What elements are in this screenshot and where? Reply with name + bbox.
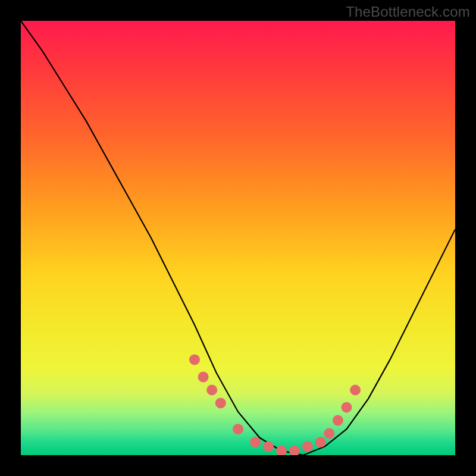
highlight-dot bbox=[342, 402, 352, 413]
highlight-dot bbox=[302, 441, 313, 452]
watermark-text: TheBottleneck.com bbox=[346, 4, 470, 20]
highlight-dot bbox=[215, 397, 226, 408]
highlight-dot bbox=[276, 446, 287, 455]
chart-frame: TheBottleneck.com bbox=[0, 0, 476, 476]
plot-area bbox=[21, 21, 455, 455]
highlight-dot bbox=[189, 354, 200, 365]
highlight-dot bbox=[324, 428, 334, 439]
highlight-dot bbox=[250, 437, 261, 447]
highlight-dot bbox=[233, 424, 243, 434]
highlight-dot bbox=[333, 415, 343, 426]
chart-svg bbox=[21, 21, 455, 455]
highlight-dot bbox=[350, 385, 361, 396]
highlight-dot bbox=[263, 441, 274, 452]
highlight-dot bbox=[315, 437, 326, 447]
highlight-dot bbox=[198, 372, 209, 383]
highlight-dot bbox=[289, 446, 300, 455]
highlight-dot bbox=[206, 385, 217, 396]
bottleneck-curve bbox=[21, 21, 455, 455]
